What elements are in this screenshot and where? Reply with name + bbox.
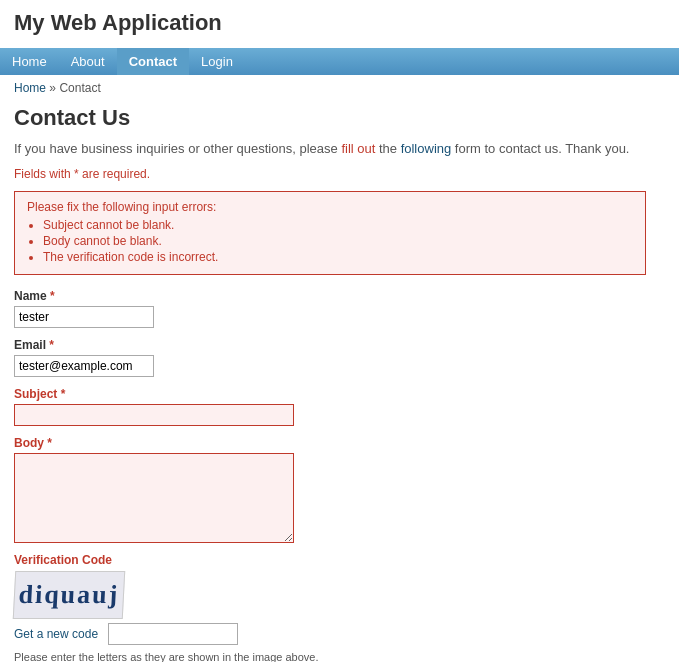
nav-contact[interactable]: Contact: [117, 48, 189, 75]
page-description: If you have business inquiries or other …: [14, 139, 646, 159]
email-input[interactable]: [14, 355, 154, 377]
contact-form: Name * Email * Subject * Body *: [14, 289, 646, 663]
subject-group: Subject *: [14, 387, 646, 426]
captcha-row: Get a new code: [14, 623, 646, 645]
page-title: Contact Us: [14, 105, 646, 131]
error-box: Please fix the following input errors: S…: [14, 191, 646, 275]
app-header: My Web Application: [0, 0, 679, 48]
required-text-1: Fields with: [14, 167, 74, 181]
error-item-1: Subject cannot be blank.: [43, 218, 633, 232]
breadcrumb: Home » Contact: [0, 75, 679, 101]
desc-fill: fill out: [341, 141, 375, 156]
main-nav: Home About Contact Login: [0, 48, 679, 75]
desc-following: following: [401, 141, 452, 156]
breadcrumb-home-link[interactable]: Home: [14, 81, 46, 95]
desc-text-1: If you have business inquiries or other …: [14, 141, 341, 156]
captcha-input[interactable]: [108, 623, 238, 645]
content-area: Contact Us If you have business inquirie…: [0, 101, 660, 662]
desc-text-3: form to contact us. Thank you.: [451, 141, 629, 156]
body-textarea[interactable]: [14, 453, 294, 543]
name-label: Name *: [14, 289, 646, 303]
error-item-2: Body cannot be blank.: [43, 234, 633, 248]
verification-group: Verification Code diquauj Get a new code…: [14, 553, 646, 663]
required-text-2: are required.: [79, 167, 150, 181]
app-title: My Web Application: [14, 10, 665, 36]
breadcrumb-current: Contact: [59, 81, 100, 95]
nav-about[interactable]: About: [59, 48, 117, 75]
get-new-code-link[interactable]: Get a new code: [14, 627, 98, 641]
desc-text-2: the: [375, 141, 400, 156]
name-input[interactable]: [14, 306, 154, 328]
nav-home[interactable]: Home: [0, 48, 59, 75]
captcha-hint: Please enter the letters as they are sho…: [14, 649, 646, 663]
body-label: Body *: [14, 436, 646, 450]
email-label: Email *: [14, 338, 646, 352]
captcha-image: diquauj: [13, 571, 126, 619]
required-note: Fields with * are required.: [14, 167, 646, 181]
breadcrumb-separator: »: [49, 81, 56, 95]
name-group: Name *: [14, 289, 646, 328]
error-item-3: The verification code is incorrect.: [43, 250, 633, 264]
error-title: Please fix the following input errors:: [27, 200, 633, 214]
email-group: Email *: [14, 338, 646, 377]
subject-input[interactable]: [14, 404, 294, 426]
error-list: Subject cannot be blank. Body cannot be …: [43, 218, 633, 264]
verification-label: Verification Code: [14, 553, 646, 567]
body-group: Body *: [14, 436, 646, 543]
nav-login[interactable]: Login: [189, 48, 245, 75]
subject-label: Subject *: [14, 387, 646, 401]
